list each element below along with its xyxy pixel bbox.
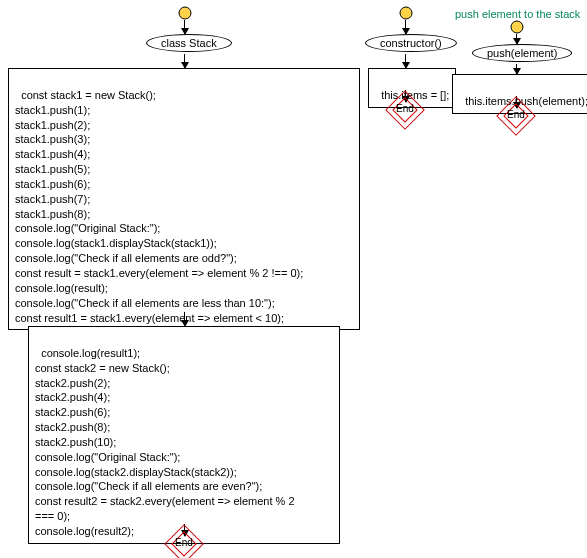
end-label: End xyxy=(391,103,419,114)
arrow xyxy=(516,64,517,74)
constructor-title: constructor() xyxy=(365,34,457,52)
arrow xyxy=(184,312,185,326)
arrow xyxy=(405,54,406,68)
push-comment: push element to the stack xyxy=(455,8,580,20)
entry-circle-push xyxy=(510,20,524,34)
class-stack-block1: const stack1 = new Stack(); stack1.push(… xyxy=(8,68,360,330)
end-label: End xyxy=(170,537,198,548)
svg-point-2 xyxy=(511,21,523,33)
class-stack-block2: console.log(result1); const stack2 = new… xyxy=(28,326,340,544)
end-node-constructor: End xyxy=(391,96,419,124)
arrow xyxy=(516,34,517,44)
svg-point-1 xyxy=(400,7,412,19)
end-node-class-stack: End xyxy=(170,530,198,558)
class-stack-title: class Stack xyxy=(146,34,232,52)
arrow xyxy=(184,54,185,68)
arrow xyxy=(405,20,406,34)
constructor-title-text: constructor() xyxy=(380,37,442,49)
end-label: End xyxy=(502,109,530,120)
entry-circle-constructor xyxy=(399,6,413,20)
arrow xyxy=(184,20,185,34)
entry-circle-class-stack xyxy=(178,6,192,20)
svg-point-0 xyxy=(179,7,191,19)
push-title-text: push(element) xyxy=(487,47,557,59)
class-stack-block1-text: const stack1 = new Stack(); stack1.push(… xyxy=(15,89,303,324)
end-node-push: End xyxy=(502,102,530,130)
push-title: push(element) xyxy=(472,44,572,62)
class-stack-block2-text: console.log(result1); const stack2 = new… xyxy=(35,347,295,537)
class-stack-title-text: class Stack xyxy=(161,37,217,49)
